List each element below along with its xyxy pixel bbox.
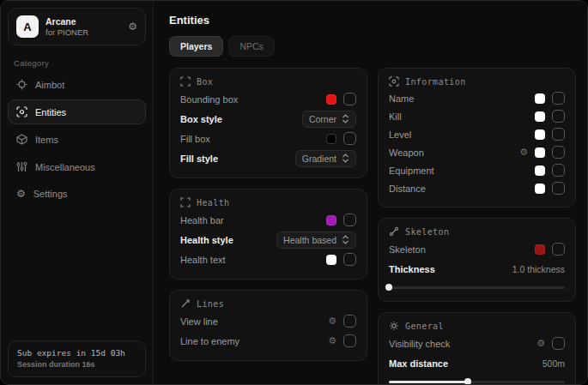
panel-title: Skeleton <box>405 227 449 237</box>
scan-eye-icon <box>389 76 399 87</box>
setting-row-visibility-check: Visibility check ⚙ <box>389 334 565 353</box>
color-swatch[interactable] <box>326 215 336 226</box>
panel-title: Information <box>405 77 466 87</box>
thickness-slider[interactable] <box>389 283 565 292</box>
checkbox[interactable] <box>552 182 565 195</box>
checkbox[interactable] <box>552 92 565 105</box>
app-window: A Arcane for PIONER ⚙ Category Aimbot <box>0 0 588 385</box>
sidebar: A Arcane for PIONER ⚙ Category Aimbot <box>1 1 154 384</box>
gear-icon[interactable]: ⚙ <box>536 339 545 348</box>
sliders-icon <box>16 161 27 172</box>
color-swatch[interactable] <box>326 255 336 265</box>
panel-information: Information Name Kill <box>378 68 576 208</box>
health-style-dropdown[interactable]: Health based <box>276 232 356 249</box>
slider-handle[interactable] <box>385 284 392 291</box>
checkbox[interactable] <box>343 315 356 328</box>
panel-title: Health <box>197 198 230 208</box>
setting-row-fill-box: Fill box <box>180 129 356 148</box>
checkbox[interactable] <box>552 243 565 256</box>
gear-icon[interactable]: ⚙ <box>128 21 137 32</box>
sidebar-item-label: Miscellaneous <box>35 162 95 172</box>
setting-row-kill: Kill <box>389 107 565 125</box>
sidebar-item-label: Settings <box>33 189 68 199</box>
checkbox[interactable] <box>343 93 356 105</box>
checkbox[interactable] <box>552 110 565 123</box>
unfold-icon <box>342 235 349 244</box>
sidebar-item-entities[interactable]: Entities <box>8 99 146 124</box>
gear-icon[interactable]: ⚙ <box>519 147 528 157</box>
main-content: Entities Players NPCs Box <box>154 1 587 384</box>
page-title: Entities <box>169 14 576 27</box>
setting-row-line-to-enemy: Line to enemy ⚙ <box>180 331 356 351</box>
setting-row-equipment: Equipment <box>389 161 565 179</box>
sidebar-item-aimbot[interactable]: Aimbot <box>8 72 146 97</box>
panel-box: Box Bounding box Box style Corner <box>169 68 367 178</box>
app-name: Arcane <box>45 16 121 27</box>
color-swatch[interactable] <box>326 134 336 144</box>
panel-title: Lines <box>197 299 224 309</box>
color-swatch[interactable] <box>535 244 545 255</box>
sidebar-item-miscellaneous[interactable]: Miscellaneous <box>8 154 146 179</box>
setting-row-health-bar: Health bar <box>180 210 356 230</box>
setting-row-name: Name <box>389 89 565 107</box>
gear-icon[interactable]: ⚙ <box>328 316 336 326</box>
color-swatch[interactable] <box>535 183 545 194</box>
radar-icon <box>16 106 27 117</box>
checkbox[interactable] <box>343 253 356 266</box>
sidebar-item-label: Items <box>35 135 58 145</box>
panel-title: General <box>405 322 444 331</box>
setting-row-thickness: Thickness 1.0 thickness <box>389 259 565 279</box>
setting-row-distance: Distance <box>389 179 565 197</box>
panel-title: Box <box>197 77 213 87</box>
package-icon <box>16 134 27 145</box>
checkbox[interactable] <box>552 146 565 159</box>
fill-style-dropdown[interactable]: Gradient <box>295 150 356 167</box>
thickness-value: 1.0 thickness <box>512 264 565 274</box>
setting-row-max-distance: Max distance 500m <box>389 353 565 373</box>
gear-icon: ⚙ <box>16 189 26 199</box>
sidebar-item-label: Aimbot <box>35 80 64 90</box>
setting-row-view-line: View line ⚙ <box>180 311 356 331</box>
setting-row-bounding-box: Bounding box <box>180 89 356 109</box>
brand-text: Arcane for PIONER <box>45 16 121 38</box>
max-distance-slider[interactable] <box>389 377 565 384</box>
tab-npcs[interactable]: NPCs <box>228 36 274 57</box>
brand-card: A Arcane for PIONER ⚙ <box>8 8 146 45</box>
checkbox[interactable] <box>552 337 565 350</box>
setting-row-level: Level <box>389 125 565 143</box>
checkbox[interactable] <box>343 214 356 226</box>
sidebar-item-settings[interactable]: ⚙ Settings <box>8 182 146 206</box>
slider-handle[interactable] <box>464 378 471 384</box>
tab-bar: Players NPCs <box>169 36 576 57</box>
box-style-dropdown[interactable]: Corner <box>302 111 356 128</box>
panel-general: General Visibility check ⚙ Max distance … <box>378 312 576 384</box>
crosshair-icon <box>16 79 27 90</box>
checkbox[interactable] <box>343 334 356 347</box>
unfold-icon <box>342 153 349 163</box>
setting-row-weapon: Weapon ⚙ <box>389 143 565 161</box>
checkbox[interactable] <box>552 164 565 177</box>
color-swatch[interactable] <box>535 129 545 140</box>
color-swatch[interactable] <box>535 111 545 122</box>
setting-row-health-text: Health text <box>180 250 356 269</box>
checkbox[interactable] <box>552 128 565 141</box>
diagonal-line-icon <box>180 298 191 309</box>
subscription-card: Sub expires in 15d 03h Session duration … <box>8 340 146 377</box>
bone-icon <box>389 226 399 237</box>
setting-row-box-style: Box style Corner <box>180 109 356 129</box>
color-swatch[interactable] <box>535 93 545 104</box>
color-swatch[interactable] <box>535 165 545 176</box>
checkbox[interactable] <box>343 132 356 145</box>
setting-row-skeleton: Skeleton <box>389 239 565 259</box>
unfold-icon <box>342 114 349 123</box>
setting-row-health-style: Health style Health based <box>180 230 356 250</box>
gear-icon[interactable]: ⚙ <box>328 336 336 346</box>
color-swatch[interactable] <box>535 147 545 158</box>
max-distance-value: 500m <box>543 358 565 369</box>
color-swatch[interactable] <box>326 94 336 105</box>
panel-lines: Lines View line ⚙ Line to enemy ⚙ <box>169 290 367 361</box>
sidebar-item-items[interactable]: Items <box>8 127 146 152</box>
corner-brackets-icon <box>180 197 191 208</box>
tab-players[interactable]: Players <box>169 36 223 57</box>
app-logo: A <box>16 15 39 38</box>
